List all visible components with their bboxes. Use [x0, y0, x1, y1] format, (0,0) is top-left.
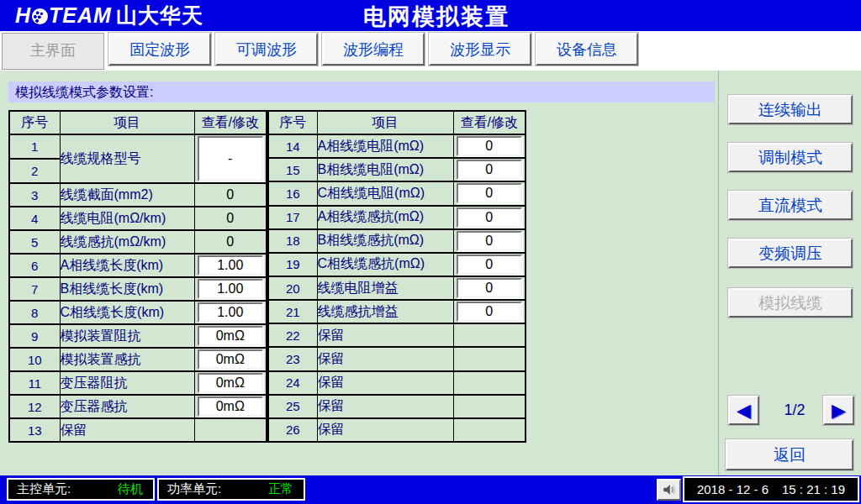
value-field-device-impedance[interactable]: 0mΩ [198, 326, 264, 346]
col-header-no: 序号 [9, 111, 60, 134]
simulate-cable-button[interactable]: 模拟线缆 [728, 288, 853, 318]
value-field-resistance-b[interactable]: 0 [457, 160, 523, 180]
continuous-output-button[interactable]: 连续输出 [728, 95, 853, 124]
row-item: 保留 [60, 418, 194, 442]
row-no: 14 [268, 134, 317, 158]
page-title: 电网模拟装置 [363, 2, 510, 32]
value-field-transformer-impedance[interactable]: 0mΩ [198, 373, 264, 393]
param-table-right: 序号 项目 查看/修改 14 A相线缆电阻(mΩ) 0 15 B相线缆电阻(mΩ… [267, 110, 526, 443]
row-item: 保留 [317, 323, 453, 347]
next-page-button[interactable]: ▶ [823, 396, 854, 425]
row-no: 16 [268, 181, 317, 205]
sidebar-divider [718, 71, 719, 475]
table-row: 22 保留 [268, 323, 526, 347]
speaker-button[interactable] [657, 479, 681, 501]
logo-globe-icon [32, 8, 48, 24]
row-no: 18 [268, 229, 317, 253]
value-field-reactance-gain[interactable]: 0 [457, 302, 523, 322]
col-header-no: 序号 [268, 111, 317, 134]
logo-text-team: TEAM [49, 3, 112, 27]
row-item: 线缆截面(mm2) [60, 183, 194, 207]
row-no: 9 [9, 324, 60, 348]
row-item: B相线缆电阻(mΩ) [317, 158, 453, 181]
prev-page-button[interactable]: ◀ [728, 396, 759, 425]
row-no: 1 [9, 134, 60, 159]
row-no: 2 [9, 159, 60, 183]
table-row: 16 C相线缆电阻(mΩ) 0 [268, 181, 526, 205]
tab-fixed-waveform[interactable]: 固定波形 [108, 33, 211, 66]
col-header-edit: 查看/修改 [194, 111, 267, 134]
tab-waveform-programming[interactable]: 波形编程 [322, 33, 425, 66]
value-field-transformer-reactance[interactable]: 0mΩ [198, 396, 264, 417]
row-item: C相线缆电阻(mΩ) [317, 181, 453, 205]
row-no: 12 [9, 395, 60, 418]
value-field-length-b[interactable]: 1.00 [198, 279, 264, 299]
row-item: 线缆感抗(mΩ/km) [60, 230, 194, 254]
table-row: 21 线缆感抗增益 0 [268, 300, 526, 323]
row-no: 20 [268, 276, 317, 300]
row-no: 24 [268, 371, 317, 395]
table-row: 15 B相线缆电阻(mΩ) 0 [268, 158, 526, 181]
right-arrow-icon: ▶ [832, 402, 846, 420]
col-header-item: 项目 [60, 111, 194, 134]
row-item: 保留 [317, 347, 453, 370]
tab-adjustable-waveform[interactable]: 可调波形 [215, 33, 318, 66]
back-button[interactable]: 返回 [726, 439, 853, 470]
table-row: 12 变压器感抗 0mΩ [9, 395, 267, 418]
row-no: 19 [268, 253, 317, 276]
row-no: 6 [9, 254, 60, 277]
row-item: 线缆电阻增益 [317, 276, 453, 300]
status-power-box: 功率单元: 正常 [157, 478, 305, 501]
row-no: 17 [268, 206, 317, 229]
grid-simulator-screen: HTEAM 山大华天 电网模拟装置 主界面 固定波形 可调波形 波形编程 波形显… [0, 0, 861, 504]
parameter-tables: 序号 项目 查看/修改 1 线缆规格型号 - 2 3 线缆截面(mm2) 0 4… [8, 110, 526, 443]
value-field-length-c[interactable]: 1.00 [198, 302, 264, 323]
row-no: 15 [268, 158, 317, 181]
value-field-cable-model[interactable]: - [198, 136, 264, 181]
row-no: 3 [9, 183, 60, 207]
logo-text-h: H [15, 3, 31, 27]
table-row: 18 B相线缆感抗(mΩ) 0 [268, 229, 526, 253]
value-field-length-a[interactable]: 1.00 [198, 255, 264, 276]
row-item: 变压器感抗 [60, 395, 194, 418]
col-header-item: 项目 [317, 111, 453, 134]
row-item: C相线缆长度(km) [60, 301, 194, 324]
tabbar: 主界面 固定波形 可调波形 波形编程 波形显示 设备信息 [0, 31, 861, 71]
value-field-reactance-a[interactable]: 0 [457, 207, 523, 228]
table-row: 19 C相线缆感抗(mΩ) 0 [268, 253, 526, 276]
row-item: A相线缆电阻(mΩ) [317, 134, 453, 158]
vf-voltage-button[interactable]: 变频调压 [728, 239, 853, 268]
logo-text-cn: 山大华天 [116, 2, 203, 29]
table-row: 5 线缆感抗(mΩ/km) 0 [9, 230, 267, 254]
table-row: 13 保留 [9, 418, 267, 442]
tab-main-screen[interactable]: 主界面 [2, 33, 104, 70]
table-row: 8 C相线缆长度(km) 1.00 [9, 301, 267, 324]
value-field-reactance-b[interactable]: 0 [457, 231, 523, 251]
row-item: B相线缆感抗(mΩ) [317, 229, 453, 253]
table-row: 25 保留 [268, 395, 526, 418]
value-field-resistance-c[interactable]: 0 [457, 183, 523, 203]
value-field-device-reactance[interactable]: 0mΩ [198, 349, 264, 370]
table-header-row: 序号 项目 查看/修改 [9, 111, 267, 134]
value-field-resistance-a[interactable]: 0 [457, 136, 523, 156]
table-header-row: 序号 项目 查看/修改 [268, 111, 526, 134]
row-no: 7 [9, 277, 60, 301]
tab-waveform-display[interactable]: 波形显示 [429, 33, 531, 66]
row-item: A相线缆感抗(mΩ) [317, 206, 453, 229]
table-row: 24 保留 [268, 371, 526, 395]
row-item: 保留 [317, 418, 453, 442]
modulation-mode-button[interactable]: 调制模式 [728, 143, 853, 172]
row-no: 23 [268, 347, 317, 370]
table-row: 11 变压器阻抗 0mΩ [9, 371, 267, 395]
row-no: 26 [268, 418, 317, 442]
param-table-left: 序号 项目 查看/修改 1 线缆规格型号 - 2 3 线缆截面(mm2) 0 4… [8, 110, 267, 443]
dc-mode-button[interactable]: 直流模式 [728, 191, 853, 220]
value-field-resistance-gain[interactable]: 0 [457, 278, 523, 298]
left-arrow-icon: ◀ [737, 402, 751, 420]
table-row: 14 A相线缆电阻(mΩ) 0 [268, 134, 526, 158]
tab-device-info[interactable]: 设备信息 [536, 33, 638, 66]
row-item: 模拟装置阻抗 [60, 324, 194, 348]
value-field-reactance-c[interactable]: 0 [457, 255, 523, 275]
row-item: 变压器阻抗 [60, 371, 194, 395]
topbar: HTEAM 山大华天 电网模拟装置 [0, 0, 861, 31]
